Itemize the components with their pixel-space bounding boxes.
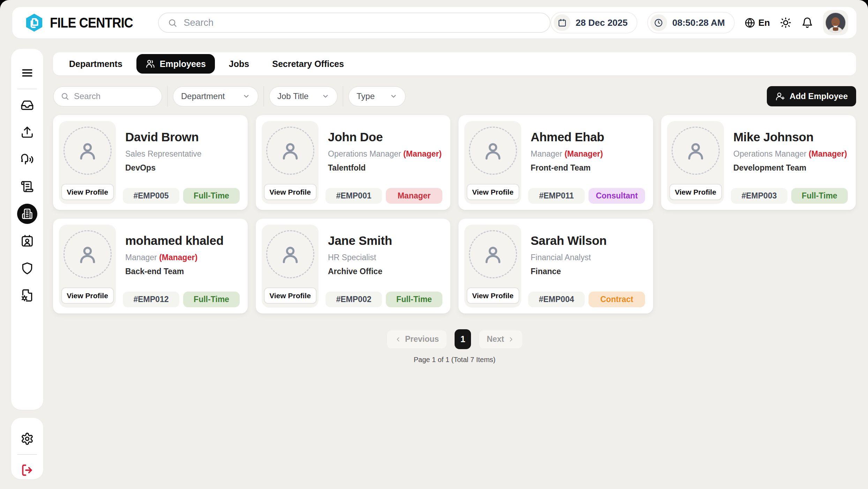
employee-badges: #EMP012 Full-Time xyxy=(123,292,240,307)
sidebar-divider xyxy=(17,454,37,455)
current-page-button[interactable]: 1 xyxy=(455,329,471,349)
employee-details: Sarah Wilson Financial Analyst Finance #… xyxy=(521,225,647,308)
employee-job-title: Manager (Manager) xyxy=(531,149,647,159)
job-title-filter-select[interactable]: Job Title xyxy=(269,86,338,107)
tab-jobs[interactable]: Jobs xyxy=(220,54,258,74)
theme-toggle-sun-icon[interactable] xyxy=(780,17,792,29)
employee-name: Sarah Wilson xyxy=(531,234,647,248)
employee-card: View Profile John Doe Operations Manager… xyxy=(256,115,450,210)
sidebar-footer xyxy=(11,418,43,479)
language-toggle[interactable]: En xyxy=(744,17,770,28)
tab-departments[interactable]: Departments xyxy=(60,54,132,74)
type-filter-select[interactable]: Type xyxy=(348,86,406,107)
employee-badges: #EMP011 Consultant xyxy=(528,188,645,204)
view-profile-button[interactable]: View Profile xyxy=(264,184,316,200)
employee-details: Ahmed Ehab Manager (Manager) Front-end T… xyxy=(521,121,647,204)
filter-divider xyxy=(343,86,343,106)
pagination: Previous 1 Next xyxy=(53,329,856,349)
employee-id-badge: #EMP011 xyxy=(528,188,585,204)
employee-job-title: Operations Manager (Manager) xyxy=(328,149,444,159)
employee-details: mohamed khaled Manager (Manager) Back-en… xyxy=(116,225,242,308)
menu-icon[interactable] xyxy=(20,66,34,80)
employee-id-badge: #EMP003 xyxy=(731,188,787,204)
employee-avatar-placeholder xyxy=(63,230,112,278)
department-filter-select[interactable]: Department xyxy=(173,86,259,107)
employee-card: View Profile David Brown Sales Represent… xyxy=(53,115,248,210)
employee-job-title: Operations Manager (Manager) xyxy=(733,149,850,159)
global-search-input[interactable] xyxy=(183,17,541,29)
user-avatar[interactable] xyxy=(823,10,848,35)
employment-type-badge: Full-Time xyxy=(386,292,442,307)
employee-id-badge: #EMP002 xyxy=(326,292,382,307)
employee-avatar-placeholder xyxy=(469,127,517,175)
view-profile-button[interactable]: View Profile xyxy=(264,287,316,304)
sidebar-item-shield[interactable] xyxy=(20,261,34,275)
employee-team: Archive Office xyxy=(328,267,444,276)
employee-badges: #EMP005 Full-Time xyxy=(123,188,240,204)
employee-details: David Brown Sales Representative DevOps … xyxy=(116,121,242,204)
employee-job-title: Sales Representative xyxy=(125,149,242,159)
view-profile-button[interactable]: View Profile xyxy=(61,287,114,304)
employee-card: View Profile Sarah Wilson Financial Anal… xyxy=(458,219,653,314)
globe-icon xyxy=(744,17,755,28)
sidebar xyxy=(11,49,43,410)
employee-details: Mike Johnson Operations Manager (Manager… xyxy=(724,121,850,204)
employee-card: View Profile Jane Smith HR Specialist Ar… xyxy=(256,219,450,314)
employee-job-title: Manager (Manager) xyxy=(125,253,242,262)
manager-note: (Manager) xyxy=(403,149,442,158)
tab-employees[interactable]: Employees xyxy=(136,54,215,74)
search-icon xyxy=(168,18,177,28)
pagination-summary: Page 1 of 1 (Total 7 Items) xyxy=(53,356,856,364)
employee-avatar-placeholder xyxy=(469,230,517,278)
sidebar-item-speech[interactable] xyxy=(20,152,34,166)
next-page-button[interactable]: Next xyxy=(479,330,523,349)
employee-id-badge: #EMP012 xyxy=(123,292,179,307)
sidebar-item-id-card[interactable] xyxy=(20,234,34,248)
employee-search-input[interactable] xyxy=(73,91,155,101)
sidebar-item-inbox[interactable] xyxy=(20,98,34,112)
employment-type-badge: Contract xyxy=(589,292,645,307)
notifications-bell-icon[interactable] xyxy=(801,17,813,29)
top-header: FILE CENTRIC 28 Dec 2025 08:50:28 AM En xyxy=(12,7,856,38)
manager-note: (Manager) xyxy=(564,149,603,158)
user-plus-icon xyxy=(775,91,785,101)
brand: FILE CENTRIC xyxy=(24,13,144,33)
employee-badges: #EMP004 Contract xyxy=(528,292,645,307)
users-icon xyxy=(145,59,155,69)
employee-badges: #EMP002 Full-Time xyxy=(326,292,442,307)
sidebar-divider xyxy=(17,89,37,89)
employee-badges: #EMP003 Full-Time xyxy=(731,188,848,204)
employee-id-badge: #EMP005 xyxy=(123,188,179,204)
logout-icon[interactable] xyxy=(20,464,34,477)
employee-card: View Profile mohamed khaled Manager (Man… xyxy=(53,219,248,314)
employment-type-badge: Full-Time xyxy=(791,188,848,204)
chevron-down-icon xyxy=(322,92,329,100)
filter-divider xyxy=(167,86,168,106)
employee-avatar-placeholder xyxy=(266,127,314,175)
employee-photo-panel: View Profile xyxy=(262,121,319,204)
employee-photo-panel: View Profile xyxy=(59,121,116,204)
sidebar-item-organization-active[interactable] xyxy=(17,204,37,224)
time-chip: 08:50:28 AM xyxy=(647,12,735,33)
add-employee-button[interactable]: Add Employee xyxy=(767,86,856,106)
sidebar-item-scroll[interactable] xyxy=(20,180,34,194)
settings-gear-icon[interactable] xyxy=(20,432,34,445)
chevron-down-icon xyxy=(242,92,250,100)
employment-type-badge: Full-Time xyxy=(183,188,240,204)
search-icon xyxy=(61,92,69,100)
manager-note: (Manager) xyxy=(809,149,847,158)
window-corner xyxy=(858,0,868,10)
view-profile-button[interactable]: View Profile xyxy=(61,184,114,200)
sidebar-item-upload[interactable] xyxy=(20,125,34,139)
view-profile-button[interactable]: View Profile xyxy=(466,287,519,304)
tab-secretary-offices[interactable]: Secretary Offices xyxy=(263,54,353,74)
employment-type-badge: Manager xyxy=(386,188,442,204)
view-profile-button[interactable]: View Profile xyxy=(669,184,722,200)
view-profile-button[interactable]: View Profile xyxy=(466,184,519,200)
employee-job-title: Financial Analyst xyxy=(531,253,647,262)
previous-page-button[interactable]: Previous xyxy=(387,330,447,349)
language-label: En xyxy=(758,17,770,28)
employee-id-badge: #EMP001 xyxy=(326,188,382,204)
global-search xyxy=(158,13,551,33)
sidebar-item-file-settings[interactable] xyxy=(20,288,34,302)
